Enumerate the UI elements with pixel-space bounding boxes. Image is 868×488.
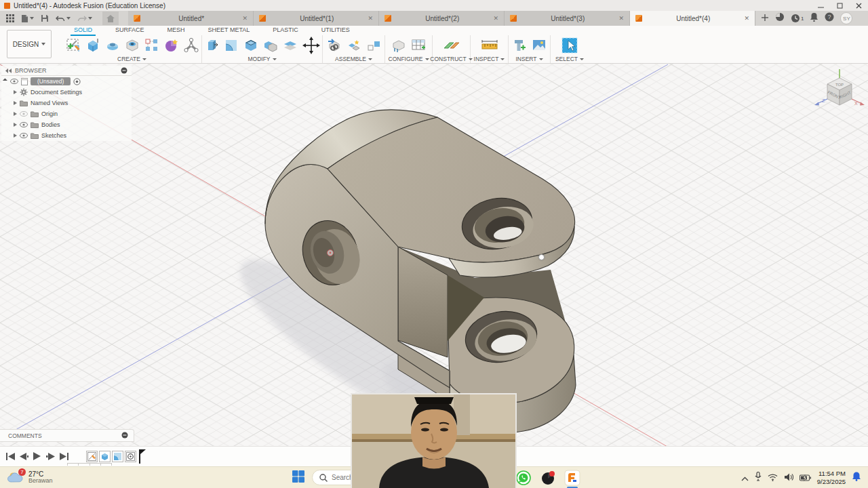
whatsapp-icon[interactable] xyxy=(515,470,532,486)
battery-charging-icon[interactable] xyxy=(800,472,811,484)
home-view-button[interactable] xyxy=(102,12,119,25)
pipe-icon[interactable] xyxy=(182,37,200,54)
expanded-arrow-icon[interactable] xyxy=(3,78,9,84)
skip-to-start-button[interactable] xyxy=(6,451,15,463)
tab-untitled-3[interactable]: Untitled*(3)✕ xyxy=(505,11,630,26)
ribbon-tab-plastic[interactable]: PLASTIC xyxy=(261,26,310,35)
ribbon-tab-utilities[interactable]: UTILITIES xyxy=(310,26,361,35)
revolve-icon[interactable] xyxy=(104,37,121,54)
new-component-icon[interactable] xyxy=(326,37,343,54)
activate-radio-icon[interactable] xyxy=(73,78,81,85)
configure-icon[interactable] xyxy=(390,37,408,54)
visibility-eye-icon[interactable] xyxy=(20,111,28,117)
start-button[interactable] xyxy=(292,470,305,486)
group-label-create[interactable]: CREATE xyxy=(117,56,146,62)
browser-item-origin[interactable]: Origin xyxy=(1,108,132,119)
tab-untitled-2[interactable]: Untitled*(2)✕ xyxy=(379,11,505,26)
group-label-assemble[interactable]: ASSEMBLE xyxy=(335,56,372,62)
ribbon-tab-sheet-metal[interactable]: SHEET METAL xyxy=(197,26,262,35)
skip-to-end-button[interactable] xyxy=(60,451,68,463)
pattern-icon[interactable] xyxy=(143,37,161,54)
minimize-button[interactable] xyxy=(811,0,830,11)
viewport-canvas[interactable]: BROWSER (Unsaved) Document Settings Name… xyxy=(0,64,868,446)
media-app-icon[interactable] xyxy=(540,470,556,486)
ribbon-tab-mesh[interactable]: MESH xyxy=(156,26,197,35)
wifi-icon[interactable] xyxy=(768,472,778,484)
step-back-button[interactable] xyxy=(20,451,28,463)
group-label-select[interactable]: SELECT xyxy=(555,56,584,62)
browser-item-sketches[interactable]: Sketches xyxy=(1,130,132,141)
create-form-icon[interactable] xyxy=(163,37,180,54)
comments-panel[interactable]: COMMENTS xyxy=(0,429,134,442)
browser-item-named-views[interactable]: Named Views xyxy=(1,98,132,108)
tab-untitled[interactable]: Untitled*✕ xyxy=(128,11,254,26)
group-label-inspect[interactable]: INSPECT xyxy=(474,56,505,62)
close-tab-icon[interactable]: ✕ xyxy=(618,15,624,22)
redo-button[interactable] xyxy=(75,12,94,24)
select-icon[interactable] xyxy=(561,37,578,54)
panel-options-icon[interactable] xyxy=(121,432,128,440)
close-tab-icon[interactable]: ✕ xyxy=(493,15,498,22)
taskbar-weather-widget[interactable]: 7 27°C Berawan xyxy=(0,470,122,485)
fillet-icon[interactable] xyxy=(222,37,240,54)
close-tab-icon[interactable]: ✕ xyxy=(744,15,749,22)
extensions-icon[interactable] xyxy=(775,12,785,24)
fusion-taskbar-icon[interactable] xyxy=(564,470,580,486)
browser-item-document-settings[interactable]: Document Settings xyxy=(1,87,132,98)
ribbon-tab-surface[interactable]: SURFACE xyxy=(104,26,156,35)
help-icon[interactable]: ? xyxy=(825,12,834,24)
timeline-hole-icon[interactable] xyxy=(125,451,136,462)
app-grid-icon[interactable] xyxy=(4,12,16,24)
collapsed-arrow-icon[interactable] xyxy=(14,90,17,94)
combine-icon[interactable] xyxy=(262,37,279,54)
taskbar-chevron-up-icon[interactable] xyxy=(741,472,749,484)
viewcube-body[interactable]: TOP FRONT RIGHT xyxy=(827,78,852,105)
microphone-icon[interactable] xyxy=(755,472,762,484)
close-tab-icon[interactable]: ✕ xyxy=(242,15,248,22)
collapsed-arrow-icon[interactable] xyxy=(14,123,17,127)
press-pull-icon[interactable] xyxy=(203,37,220,54)
tab-untitled-4-active[interactable]: Untitled*(4)✕ xyxy=(630,11,755,26)
visibility-eye-icon[interactable] xyxy=(20,133,28,138)
undo-button[interactable] xyxy=(54,12,73,24)
user-avatar[interactable]: SY xyxy=(840,12,852,24)
rigid-group-icon[interactable] xyxy=(365,37,382,54)
workspace-selector[interactable]: DESIGN xyxy=(7,30,52,58)
close-button[interactable] xyxy=(849,0,868,11)
browser-item-bodies[interactable]: Bodies xyxy=(1,119,132,130)
job-status-icon[interactable]: 1 xyxy=(791,14,804,23)
construct-plane-icon[interactable] xyxy=(441,37,462,54)
browser-root-row[interactable]: (Unsaved) xyxy=(1,76,132,87)
measure-icon[interactable] xyxy=(481,37,498,54)
group-label-modify[interactable]: MODIFY xyxy=(248,56,276,62)
new-tab-button[interactable] xyxy=(761,12,769,24)
insert-image-icon[interactable] xyxy=(530,37,548,54)
offset-face-icon[interactable] xyxy=(281,37,299,54)
group-label-construct[interactable]: CONSTRUCT xyxy=(430,56,472,62)
root-document-label[interactable]: (Unsaved) xyxy=(31,77,71,85)
taskbar-clock[interactable]: 11:54 PM 9/23/2025 xyxy=(817,470,846,486)
maximize-button[interactable] xyxy=(830,0,849,11)
joint-icon[interactable] xyxy=(345,37,363,54)
collapsed-arrow-icon[interactable] xyxy=(14,134,17,138)
notifications-bell-icon[interactable] xyxy=(810,12,818,24)
tab-untitled-1[interactable]: Untitled*(1)✕ xyxy=(254,11,379,26)
close-tab-icon[interactable]: ✕ xyxy=(368,15,373,22)
collapsed-arrow-icon[interactable] xyxy=(14,101,17,105)
collapse-panel-icon[interactable] xyxy=(5,68,12,73)
create-sketch-icon[interactable] xyxy=(64,37,82,54)
timeline-extrude-icon[interactable] xyxy=(99,451,111,462)
insert-fastener-icon[interactable] xyxy=(511,37,528,54)
collapsed-arrow-icon[interactable] xyxy=(14,112,17,116)
configuration-table-icon[interactable] xyxy=(410,37,427,54)
group-label-insert[interactable]: INSERT xyxy=(515,56,542,62)
timeline-sketch-icon[interactable] xyxy=(86,451,98,462)
panel-options-icon[interactable] xyxy=(121,67,127,74)
timeline-fillet-icon[interactable] xyxy=(112,451,123,462)
hole-icon[interactable] xyxy=(123,37,141,54)
shell-icon[interactable] xyxy=(242,37,260,54)
step-forward-button[interactable] xyxy=(46,451,55,463)
visibility-eye-icon[interactable] xyxy=(20,122,28,127)
ribbon-tab-solid[interactable]: SOLID xyxy=(62,26,104,35)
save-button[interactable] xyxy=(39,12,51,24)
